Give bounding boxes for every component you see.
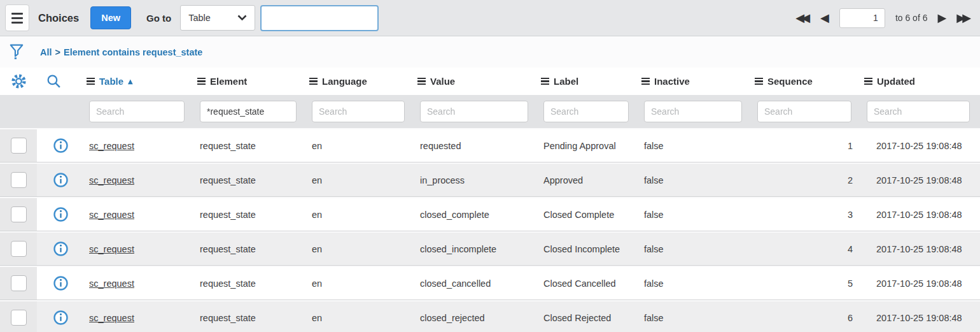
record-link[interactable]: sc_request	[89, 175, 134, 185]
column-header-sequence[interactable]: Sequence	[752, 76, 862, 87]
info-icon[interactable]	[53, 138, 69, 154]
row-range-text: to 6 of 6	[895, 13, 928, 23]
row-checkbox[interactable]	[11, 138, 27, 154]
column-header-label: Table	[99, 76, 123, 87]
info-icon[interactable]	[53, 310, 69, 326]
new-button[interactable]: New	[90, 6, 131, 29]
column-header-table[interactable]: Table▲	[84, 76, 195, 87]
hamburger-icon	[11, 13, 23, 15]
row-checkbox[interactable]	[11, 206, 27, 222]
cell-sequence: 5	[752, 278, 862, 289]
column-context-menu-icon[interactable]	[541, 76, 549, 85]
cell-updated: 2017-10-25 19:08:48	[862, 141, 980, 151]
list-search-cell	[37, 73, 84, 89]
column-header-inactive[interactable]: Inactive	[639, 76, 752, 87]
breadcrumb-filter-link[interactable]: Element contains request_state	[64, 47, 202, 57]
column-search-input-sequence[interactable]	[757, 101, 851, 122]
column-header-label: Updated	[877, 76, 915, 87]
column-context-menu-icon[interactable]	[864, 76, 872, 85]
row-checkbox[interactable]	[11, 310, 27, 326]
table-row: sc_requestrequest_stateenclosed_complete…	[0, 198, 980, 231]
table-row: sc_requestrequest_stateenrequestedPendin…	[0, 129, 980, 162]
cell-inactive: false	[639, 278, 752, 289]
cell-element: request_state	[195, 278, 307, 289]
column-header-label: Value	[430, 76, 455, 87]
column-context-menu-icon[interactable]	[309, 76, 318, 85]
previous-page-button[interactable]: ◀	[820, 12, 829, 24]
column-header-language[interactable]: Language	[307, 76, 415, 87]
column-context-menu-icon[interactable]	[641, 76, 650, 85]
column-search-input-table[interactable]	[89, 101, 185, 122]
record-link[interactable]: sc_request	[89, 278, 134, 289]
row-select-cell	[0, 164, 37, 196]
column-header-label: Sequence	[767, 76, 813, 87]
personalize-gear-cell	[0, 73, 37, 90]
cell-label: Closed Incomplete	[538, 244, 639, 254]
table-row: sc_requestrequest_stateenin_processAppro…	[0, 164, 980, 196]
breadcrumb-bar: All>Element contains request_state	[0, 36, 980, 68]
row-select-cell	[0, 301, 37, 332]
last-page-button[interactable]: ▶▶	[956, 12, 971, 24]
column-search-input-updated[interactable]	[867, 101, 970, 122]
column-context-menu-icon[interactable]	[755, 76, 763, 85]
cell-inactive: false	[639, 175, 752, 185]
info-icon[interactable]	[53, 206, 69, 222]
cell-updated: 2017-10-25 19:08:48	[862, 175, 980, 185]
record-link[interactable]: sc_request	[89, 210, 134, 220]
goto-search-input[interactable]	[260, 5, 379, 31]
first-page-button[interactable]: ◀◀	[795, 12, 810, 24]
column-context-menu-icon[interactable]	[87, 76, 95, 85]
table-row: sc_requestrequest_stateenclosed_rejected…	[0, 301, 980, 332]
next-page-button[interactable]: ▶	[937, 12, 946, 24]
column-search-input-element[interactable]	[200, 101, 297, 122]
pagination: ◀◀ ◀ to 6 of 6 ▶ ▶▶	[795, 8, 971, 28]
column-context-menu-icon[interactable]	[197, 76, 206, 85]
breadcrumb-all-link[interactable]: All	[40, 47, 52, 57]
cell-language: en	[307, 244, 415, 254]
column-search-input-inactive[interactable]	[644, 101, 742, 122]
row-checkbox[interactable]	[11, 275, 27, 291]
gear-icon[interactable]	[10, 73, 27, 90]
cell-sequence: 2	[752, 175, 862, 185]
page-title: Choices	[38, 12, 79, 24]
record-link[interactable]: sc_request	[89, 244, 134, 254]
cell-element: request_state	[195, 210, 307, 220]
column-header-label: Element	[210, 76, 247, 87]
page-number-input[interactable]	[839, 8, 885, 28]
column-header-updated[interactable]: Updated	[862, 76, 980, 87]
column-search-row	[0, 95, 980, 128]
column-header-row: Table▲ElementLanguageValueLabelInactiveS…	[0, 68, 980, 95]
info-icon[interactable]	[53, 241, 69, 257]
cell-label: Approved	[538, 175, 639, 185]
column-context-menu-icon[interactable]	[417, 76, 426, 85]
row-select-cell	[0, 233, 37, 265]
row-checkbox[interactable]	[11, 172, 27, 188]
cell-element: request_state	[195, 175, 307, 185]
column-search-input-language[interactable]	[312, 101, 405, 122]
chevron-down-icon	[237, 15, 247, 21]
filter-funnel-icon[interactable]	[8, 43, 25, 61]
column-header-element[interactable]: Element	[195, 76, 307, 87]
row-select-cell	[0, 129, 37, 162]
cell-element: request_state	[195, 313, 307, 323]
row-info-cell	[37, 241, 84, 257]
cell-value: in_process	[415, 175, 538, 185]
row-checkbox[interactable]	[11, 241, 27, 257]
record-link[interactable]: sc_request	[89, 313, 134, 323]
row-select-cell	[0, 267, 37, 300]
info-icon[interactable]	[53, 172, 69, 188]
hamburger-menu-button[interactable]	[5, 4, 29, 31]
table-row: sc_requestrequest_stateenclosed_incomple…	[0, 233, 980, 265]
breadcrumb: All>Element contains request_state	[40, 47, 202, 57]
cell-value: closed_incomplete	[415, 244, 538, 254]
column-search-input-value[interactable]	[420, 101, 528, 122]
search-icon[interactable]	[46, 73, 62, 89]
cell-inactive: false	[639, 313, 752, 323]
column-header-value[interactable]: Value	[415, 76, 538, 87]
column-header-label[interactable]: Label	[538, 76, 639, 87]
goto-field-select[interactable]: Table	[180, 5, 255, 31]
info-icon[interactable]	[53, 275, 69, 291]
cell-inactive: false	[639, 244, 752, 254]
column-search-input-label[interactable]	[543, 101, 629, 122]
record-link[interactable]: sc_request	[89, 141, 134, 151]
